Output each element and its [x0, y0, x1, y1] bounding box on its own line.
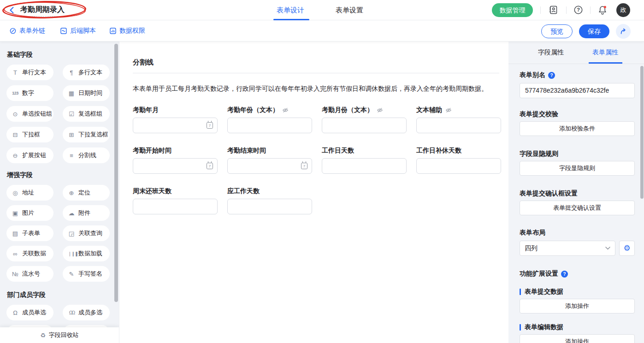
panel-scrollbar[interactable] [640, 66, 644, 199]
field-item-member-multi[interactable]: ΩΩ成员多选 [63, 305, 110, 320]
field-item-radio-group[interactable]: ⊙单选按钮组 [6, 106, 53, 122]
canvas-field-attendance-month-text[interactable]: 考勤月份（文本） [322, 106, 407, 133]
add-action-submit-button[interactable]: 添加操作 [520, 299, 635, 313]
text-input[interactable] [416, 158, 501, 174]
header-divider [540, 6, 541, 14]
field-item-data-load[interactable]: ❘❙❚数据加载 [63, 246, 110, 261]
submit-confirm-button[interactable]: 表单提交确认设置 [520, 201, 635, 215]
form-alias-input[interactable]: 577478e232a6a9b2674c32fe [520, 83, 635, 98]
field-item-divider[interactable]: ≡分割线 [63, 148, 110, 163]
canvas-field-workdays[interactable]: 工作日天数 [322, 146, 407, 174]
field-visibility-button[interactable]: 字段显隐规则 [520, 161, 635, 176]
svg-text:?: ? [577, 7, 580, 12]
tab-form-design[interactable]: 表单设计 [277, 6, 304, 15]
sidebar-scrollbar[interactable] [114, 44, 118, 302]
app-header: 考勤周期录入 表单设计 表单设置 数据管理 ? 政 [0, 0, 644, 20]
add-validation-button[interactable]: 添加校验条件 [520, 121, 635, 136]
field-item-member-single[interactable]: Ω成员单选 [6, 305, 53, 320]
data-permission-label: 数据权限 [119, 27, 145, 35]
external-link-button[interactable]: 表单外链 [9, 27, 45, 35]
field-item-extend-button[interactable]: ⊖扩展按钮 [6, 148, 53, 163]
form-canvas: 分割线 本表单用于员工每月考勤天数记录，行政同学可以在每年年初录入完所有节假日和… [119, 41, 508, 343]
field-item-dropdown[interactable]: ⊟下拉框 [6, 127, 53, 142]
contacts-icon[interactable] [549, 5, 558, 15]
canvas-field-text-helper[interactable]: 文本辅助 [416, 106, 501, 133]
tab-field-properties[interactable]: 字段属性 [538, 48, 564, 57]
recycle-bin-label: 字段回收站 [49, 331, 79, 339]
external-link-icon [9, 27, 17, 35]
field-recycle-bin[interactable]: ♻ 字段回收站 [0, 327, 119, 343]
field-item-checkbox-group[interactable]: ☑复选框组 [63, 106, 110, 122]
help-icon[interactable]: ? [548, 72, 555, 79]
field-item-number[interactable]: 123数字 [6, 85, 53, 101]
field-item-location[interactable]: ⊕定位 [63, 185, 110, 201]
field-item-dropdown-multi[interactable]: ⊞下拉复选框 [63, 127, 110, 142]
date-input[interactable]: 7 [133, 158, 218, 174]
field-label: 考勤月份（文本） [322, 106, 373, 114]
field-item-signature[interactable]: ✎手写签名 [63, 266, 110, 282]
serial-number-icon: № [12, 271, 19, 278]
canvas-divider-title[interactable]: 分割线 [133, 58, 499, 67]
add-action-edit-button[interactable]: 添加操作 [520, 334, 635, 343]
tab-form-settings[interactable]: 表单设置 [336, 6, 363, 15]
field-item-datetime[interactable]: ▦日期时间 [63, 85, 110, 101]
field-visibility-label: 字段显隐规则 [520, 150, 635, 158]
canvas-field-attendance-year-text[interactable]: 考勤年份（文本） [227, 106, 312, 133]
text-input[interactable] [133, 199, 218, 214]
field-label: 工作日补休天数 [416, 147, 461, 155]
backend-script-button[interactable]: 后端脚本 [60, 27, 96, 35]
date-input[interactable]: 7 [133, 118, 218, 133]
canvas-field-workday-comp-rest[interactable]: 工作日补休天数 [416, 146, 501, 174]
layout-select[interactable]: 四列 [520, 241, 615, 256]
field-item-attachment[interactable]: ☁附件 [63, 205, 110, 221]
field-item-serial-number[interactable]: №流水号 [6, 266, 53, 282]
canvas-field-attendance-end[interactable]: 考勤结束时间 7 [227, 146, 312, 174]
share-button[interactable] [616, 24, 631, 39]
canvas-field-attendance-month[interactable]: 考勤年月 7 [133, 106, 218, 133]
tab-form-properties[interactable]: 表单属性 [592, 48, 618, 57]
dropdown-multi-icon: ⊞ [68, 131, 75, 138]
backend-script-label: 后端脚本 [70, 27, 96, 35]
save-button[interactable]: 保存 [579, 24, 609, 38]
canvas-field-weekend-makeup[interactable]: 周末还班天数 [133, 187, 218, 214]
field-item-single-line-text[interactable]: T单行文本 [6, 65, 53, 80]
field-item-subform[interactable]: ▤子表单 [6, 225, 53, 241]
checkbox-group-icon: ☑ [68, 111, 75, 118]
canvas-field-expected-workdays[interactable]: 应工作天数 [227, 187, 312, 214]
help-icon[interactable]: ? [561, 271, 568, 278]
number-icon: 123 [12, 91, 19, 95]
field-item-address[interactable]: ◎地址 [6, 185, 53, 201]
eye-off-icon [282, 107, 289, 113]
data-permission-button[interactable]: 数据权限 [109, 27, 145, 35]
linked-query-icon: ◲ [68, 230, 75, 237]
extension-settings-label: 功能扩展设置 ? [520, 270, 635, 278]
canvas-divider-line [133, 73, 499, 73]
eye-off-icon [445, 107, 452, 113]
field-label: 文本辅助 [416, 106, 442, 114]
text-input[interactable] [322, 158, 407, 174]
avatar[interactable]: 政 [616, 3, 630, 17]
form-description[interactable]: 本表单用于员工每月考勤天数记录，行政同学可以在每年年初录入完所有节假日和调休数据… [133, 85, 499, 93]
canvas-field-attendance-start[interactable]: 考勤开始时间 7 [133, 146, 218, 174]
text-input[interactable] [322, 118, 407, 133]
field-item-multi-line-text[interactable]: ¶多行文本 [63, 65, 110, 80]
field-item-linked-query[interactable]: ◲关联查询 [63, 225, 110, 241]
blue-accent-bar [520, 324, 521, 331]
layout-gear-button[interactable]: ⚙ [619, 241, 635, 256]
text-input[interactable] [227, 118, 312, 133]
edit-data-label: 表单编辑数据 [520, 323, 635, 331]
page-title[interactable]: 考勤周期录入 [20, 5, 65, 17]
field-item-linked-data[interactable]: ∞关联数据 [6, 246, 53, 261]
field-item-image[interactable]: ▣图片 [6, 205, 53, 221]
text-input[interactable] [416, 118, 501, 133]
date-input[interactable]: 7 [227, 158, 312, 174]
submit-confirm-label: 表单提交确认框设置 [520, 189, 635, 198]
field-label: 应工作天数 [227, 187, 260, 195]
data-manage-button[interactable]: 数据管理 [492, 3, 533, 17]
preview-button[interactable]: 预览 [541, 24, 573, 38]
data-load-icon: ❘❙❚ [68, 251, 75, 256]
text-input[interactable] [227, 199, 312, 214]
notification-bell-icon[interactable] [597, 5, 608, 15]
help-icon[interactable]: ? [573, 5, 583, 15]
back-icon[interactable] [8, 6, 16, 14]
